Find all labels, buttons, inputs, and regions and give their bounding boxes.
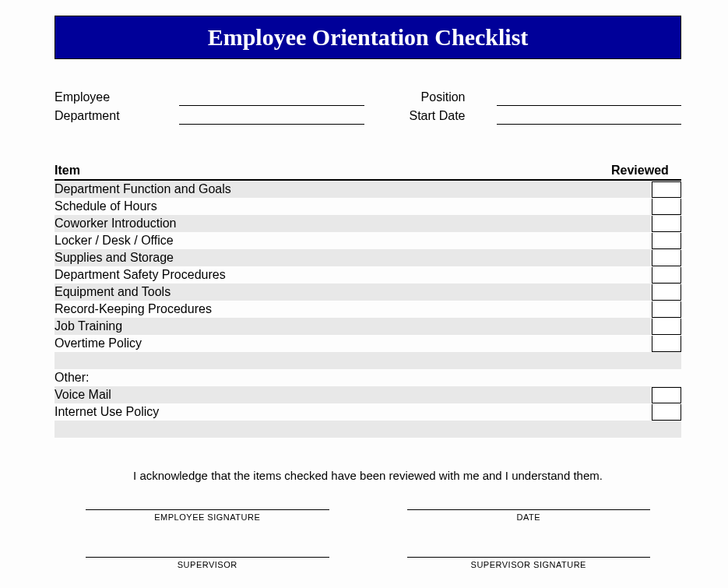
checklist-row: Other: <box>55 369 681 386</box>
checklist-item-label: Locker / Desk / Office <box>55 234 650 248</box>
department-label: Department <box>55 109 148 123</box>
supervisor-signature-line[interactable]: SUPERVISOR SIGNATURE <box>407 557 651 569</box>
reviewed-cell <box>650 267 681 283</box>
reviewed-cell <box>650 387 681 403</box>
checklist-row: Coworker Introduction <box>55 215 681 232</box>
checklist-row: Department Function and Goals <box>55 181 681 198</box>
checklist-row <box>55 421 681 438</box>
reviewed-checkbox[interactable] <box>652 199 681 215</box>
reviewed-cell <box>650 336 681 352</box>
checklist-item-label: Schedule of Hours <box>55 199 650 213</box>
employee-field[interactable] <box>179 92 364 106</box>
checklist-row: Overtime Policy <box>55 335 681 352</box>
checklist-row: Department Safety Procedures <box>55 266 681 283</box>
reviewed-checkbox[interactable] <box>652 319 681 335</box>
header-item: Item <box>55 164 611 178</box>
checklist-row: Supplies and Storage <box>55 249 681 266</box>
checklist-row: Equipment and Tools <box>55 283 681 301</box>
reviewed-checkbox[interactable] <box>652 181 681 198</box>
reviewed-cell <box>650 404 681 421</box>
reviewed-checkbox[interactable] <box>652 216 681 232</box>
checklist-item-label: Equipment and Tools <box>55 285 650 299</box>
reviewed-cell <box>650 199 681 215</box>
startdate-field[interactable] <box>497 111 682 125</box>
acknowledgement-text: I acknowledge that the items checked hav… <box>55 469 681 482</box>
reviewed-checkbox[interactable] <box>652 404 681 421</box>
reviewed-cell <box>650 284 681 301</box>
reviewed-checkbox[interactable] <box>652 267 681 283</box>
checklist-row: Locker / Desk / Office <box>55 232 681 249</box>
reviewed-cell <box>650 250 681 266</box>
employee-info-section: Employee Department Position Start Date <box>55 90 681 125</box>
position-field[interactable] <box>497 92 682 106</box>
reviewed-cell <box>650 301 681 318</box>
reviewed-checkbox[interactable] <box>652 250 681 266</box>
reviewed-cell <box>650 216 681 232</box>
checklist-row: Voice Mail <box>55 386 681 403</box>
document-title: Employee Orientation Checklist <box>55 16 681 59</box>
checklist-header: Item Reviewed <box>55 164 681 181</box>
header-reviewed: Reviewed <box>611 164 681 178</box>
checklist-item-label: Record-Keeping Procedures <box>55 302 650 316</box>
reviewed-cell <box>650 181 681 198</box>
reviewed-checkbox[interactable] <box>652 336 681 352</box>
date-line[interactable]: DATE <box>407 509 651 522</box>
startdate-label: Start Date <box>396 109 466 123</box>
checklist-row: Record-Keeping Procedures <box>55 301 681 318</box>
checklist-row: Schedule of Hours <box>55 198 681 215</box>
checklist-item-label: Supplies and Storage <box>55 251 650 265</box>
checklist-body: Department Function and GoalsSchedule of… <box>55 181 681 438</box>
employee-signature-line[interactable]: EMPLOYEE SIGNATURE <box>86 509 329 522</box>
reviewed-cell <box>650 319 681 335</box>
checklist-item-label: Job Training <box>55 319 650 333</box>
reviewed-checkbox[interactable] <box>652 301 681 318</box>
checklist-row: Internet Use Policy <box>55 403 681 421</box>
checklist-item-label: Other: <box>55 371 650 385</box>
checklist-item-label: Department Function and Goals <box>55 182 650 196</box>
department-field[interactable] <box>179 111 364 125</box>
checklist-item-label: Voice Mail <box>55 388 650 402</box>
checklist-item-label: Department Safety Procedures <box>55 268 650 282</box>
checklist-row <box>55 352 681 369</box>
reviewed-checkbox[interactable] <box>652 387 681 403</box>
reviewed-checkbox[interactable] <box>652 284 681 301</box>
reviewed-checkbox[interactable] <box>652 233 681 249</box>
checklist-item-label: Overtime Policy <box>55 336 650 350</box>
employee-label: Employee <box>55 90 148 104</box>
supervisor-line[interactable]: SUPERVISOR <box>86 557 329 569</box>
checklist-item-label: Internet Use Policy <box>55 405 650 419</box>
checklist-row: Job Training <box>55 318 681 335</box>
checklist-item-label: Coworker Introduction <box>55 217 650 231</box>
reviewed-cell <box>650 233 681 249</box>
position-label: Position <box>396 90 466 104</box>
